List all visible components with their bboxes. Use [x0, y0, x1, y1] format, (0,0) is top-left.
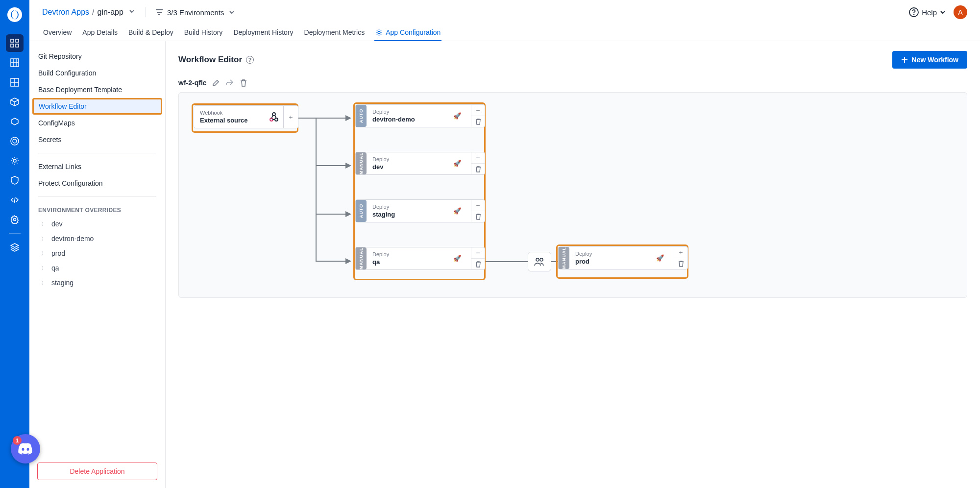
plus-icon[interactable]: ＋: [471, 152, 485, 164]
rocket-icon: 🚀: [656, 254, 668, 262]
breadcrumb-parent[interactable]: Devtron Apps: [42, 8, 89, 17]
svg-point-14: [13, 159, 16, 162]
deploy-node-devtron-demo[interactable]: AUTODeploydevtron-demo🚀＋: [355, 104, 485, 127]
env-override-dev[interactable]: 〉dev: [29, 217, 165, 231]
trash-icon[interactable]: [471, 211, 485, 222]
rail-grid2-icon[interactable]: [6, 54, 24, 72]
rail-window-icon[interactable]: [6, 73, 24, 91]
sidebar-item-protect-configuration[interactable]: Protect Configuration: [29, 175, 165, 192]
sidebar-item-build-configuration[interactable]: Build Configuration: [29, 65, 165, 81]
rail-code-icon[interactable]: [6, 191, 24, 209]
chevron-right-icon: 〉: [41, 279, 47, 287]
deploy-mode-badge: MANUAL: [356, 152, 367, 174]
avatar[interactable]: A: [954, 5, 967, 19]
sidebar-item-base-deployment-template[interactable]: Base Deployment Template: [29, 81, 165, 98]
gear-icon: [375, 29, 383, 36]
sidebar-item-configmaps[interactable]: ConfigMaps: [29, 115, 165, 131]
rocket-icon: 🚀: [453, 160, 465, 167]
source-node[interactable]: Webhook External source ＋: [194, 105, 298, 128]
chevron-down-icon: [940, 9, 946, 15]
rail-target-icon[interactable]: [6, 132, 24, 150]
plus-icon[interactable]: ＋: [471, 200, 485, 211]
env-override-devtron-demo[interactable]: 〉devtron-demo: [29, 231, 165, 246]
chevron-down-icon: [228, 9, 235, 16]
tab-build-history[interactable]: Build History: [183, 24, 224, 41]
devtron-logo[interactable]: [5, 5, 24, 24]
chevron-right-icon: 〉: [41, 265, 47, 272]
new-workflow-button[interactable]: New Workflow: [892, 51, 967, 69]
sidebar-item-workflow-editor[interactable]: Workflow Editor: [32, 98, 162, 115]
trash-icon[interactable]: [239, 78, 248, 87]
svg-point-20: [914, 14, 914, 15]
workflow-name-row: wf-2-qflc: [178, 78, 967, 87]
svg-point-15: [14, 219, 16, 221]
deploy-node-qa[interactable]: MANUALDeployqa🚀＋: [355, 247, 485, 270]
svg-marker-24: [345, 115, 351, 121]
plus-icon: [901, 56, 908, 63]
page-title: Workflow Editor ?: [178, 55, 254, 65]
env-filter[interactable]: 3/3 Environments: [155, 8, 235, 17]
delete-application-button[interactable]: Delete Application: [37, 463, 157, 480]
top-bar: Devtron Apps / gin-app 3/3 Environments …: [29, 0, 980, 24]
tab-app-details[interactable]: App Details: [81, 24, 119, 41]
chevron-down-icon[interactable]: [128, 8, 135, 17]
svg-point-12: [11, 137, 19, 145]
svg-marker-25: [345, 163, 351, 169]
tabs: OverviewApp DetailsBuild & DeployBuild H…: [29, 24, 980, 41]
tab-overview[interactable]: Overview: [42, 24, 73, 41]
trash-icon[interactable]: [674, 258, 687, 269]
help-button[interactable]: Help: [909, 7, 946, 17]
webhook-icon: [265, 106, 283, 128]
approval-gate[interactable]: [528, 252, 551, 271]
svg-point-34: [540, 258, 543, 261]
svg-marker-27: [345, 258, 351, 264]
sidebar-item-git-repository[interactable]: Git Repository: [29, 48, 165, 65]
env-override-staging[interactable]: 〉staging: [29, 275, 165, 290]
trash-icon[interactable]: [471, 116, 485, 127]
tab-app-configuration[interactable]: App Configuration: [374, 24, 441, 41]
discord-badge: 1: [13, 436, 22, 445]
env-overrides-heading: ENVIRONMENT OVERRIDES: [29, 202, 165, 217]
rail-shield-icon[interactable]: [6, 171, 24, 189]
trash-icon[interactable]: [471, 164, 485, 174]
env-override-prod[interactable]: 〉prod: [29, 246, 165, 261]
forward-icon[interactable]: [225, 78, 234, 87]
plus-icon[interactable]: ＋: [471, 105, 485, 116]
help-circle-icon: [909, 7, 919, 17]
deploy-node-dev[interactable]: MANUALDeploydev🚀＋: [355, 152, 485, 175]
plus-icon[interactable]: ＋: [674, 247, 687, 258]
breadcrumb-current: gin-app: [98, 8, 123, 17]
rail-settings-icon[interactable]: [6, 211, 24, 228]
tab-build-deploy[interactable]: Build & Deploy: [127, 24, 174, 41]
rail-box-icon[interactable]: [6, 93, 24, 111]
workflow-canvas: Webhook External source ＋ AUTODeploydevt…: [178, 92, 967, 298]
help-circle-icon[interactable]: ?: [246, 56, 254, 64]
plus-icon[interactable]: ＋: [471, 247, 485, 259]
add-icon[interactable]: ＋: [283, 106, 298, 128]
chevron-right-icon: 〉: [41, 235, 47, 243]
rail-cube-icon[interactable]: [6, 113, 24, 130]
nav-rail: [0, 0, 29, 488]
chevron-right-icon: 〉: [41, 220, 47, 228]
deploy-node-staging[interactable]: AUTODeploystaging🚀＋: [355, 199, 485, 222]
tab-deployment-metrics[interactable]: Deployment Metrics: [303, 24, 366, 41]
discord-button[interactable]: 1: [11, 434, 40, 464]
rocket-icon: 🚀: [453, 207, 465, 215]
rail-layers-icon[interactable]: [6, 239, 24, 256]
sidebar-item-secrets[interactable]: Secrets: [29, 131, 165, 148]
edit-icon[interactable]: [212, 78, 220, 87]
filter-icon: [155, 9, 163, 16]
tab-deployment-history[interactable]: Deployment History: [232, 24, 294, 41]
svg-marker-26: [345, 211, 351, 217]
rail-gear-icon[interactable]: [6, 152, 24, 170]
trash-icon[interactable]: [471, 259, 485, 269]
env-override-qa[interactable]: 〉qa: [29, 261, 165, 275]
svg-rect-4: [16, 44, 19, 47]
sidebar-item-external-links[interactable]: External Links: [29, 158, 165, 175]
deploy-node-prod[interactable]: MANUAL Deploy prod 🚀 ＋: [558, 246, 688, 269]
svg-point-0: [7, 7, 22, 22]
config-sidebar: Git RepositoryBuild ConfigurationBase De…: [29, 41, 166, 488]
svg-rect-2: [16, 39, 19, 42]
rail-apps-icon[interactable]: [6, 34, 24, 52]
deploy-mode-badge: MANUAL: [559, 247, 569, 269]
